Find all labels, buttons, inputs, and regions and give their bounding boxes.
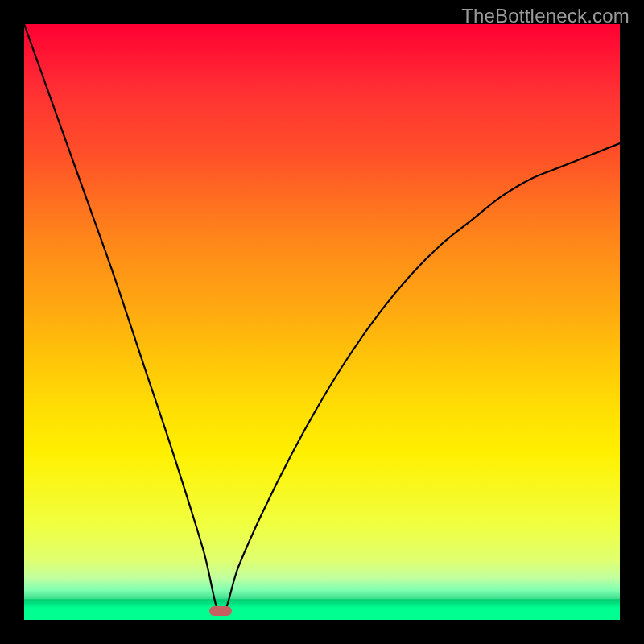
bottleneck-curve <box>24 24 620 620</box>
chart-frame: TheBottleneck.com <box>0 0 644 644</box>
plot-area <box>24 24 620 620</box>
sweet-spot-marker <box>209 606 232 616</box>
